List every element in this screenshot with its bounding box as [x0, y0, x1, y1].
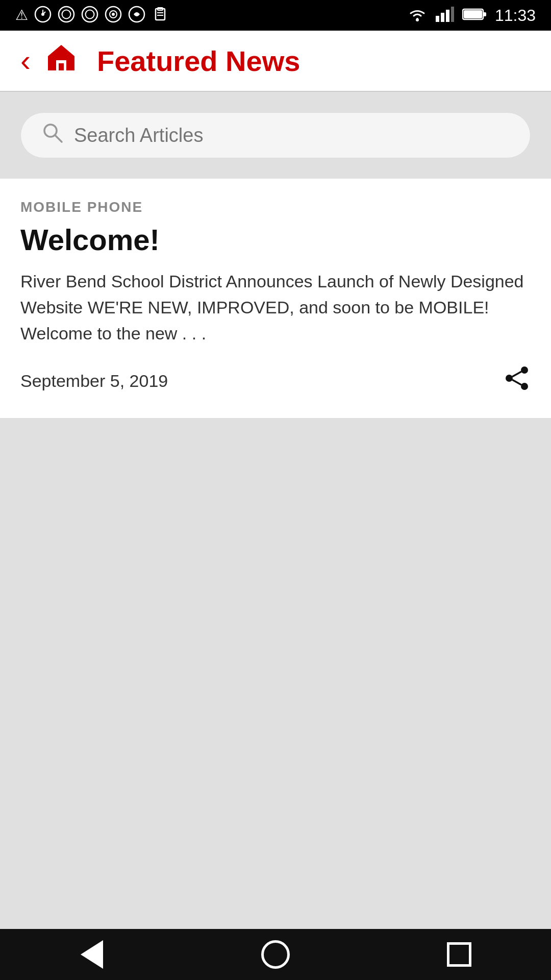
search-icon: [41, 121, 64, 149]
news-category: MOBILE PHONE: [20, 199, 531, 215]
svg-rect-22: [59, 63, 64, 70]
app-icon-4: [105, 6, 122, 26]
svg-line-29: [512, 380, 521, 385]
main-content: ‹ Featured News MOBILE PHONE Welcome! Ri…: [0, 31, 551, 929]
news-card[interactable]: MOBILE PHONE Welcome! River Bend School …: [0, 179, 551, 419]
home-nav-button[interactable]: [255, 934, 296, 975]
news-footer: September 5, 2019: [20, 365, 531, 398]
svg-point-2: [59, 7, 74, 22]
svg-point-25: [521, 366, 528, 374]
svg-rect-14: [441, 13, 444, 22]
svg-point-1: [41, 13, 44, 16]
page-title: Featured News: [97, 44, 300, 78]
svg-rect-13: [436, 16, 439, 22]
warning-icon: ⚠: [15, 8, 28, 22]
svg-rect-18: [464, 10, 482, 18]
wifi-icon: [407, 7, 428, 24]
app-icon-3: [81, 6, 98, 26]
app-icon-2: [58, 6, 75, 26]
svg-rect-16: [451, 7, 454, 22]
back-nav-button[interactable]: [71, 934, 112, 975]
search-input[interactable]: [74, 125, 510, 146]
recents-nav-button[interactable]: [439, 934, 480, 975]
empty-area: [0, 419, 551, 929]
bottom-nav: [0, 929, 551, 980]
svg-rect-15: [446, 10, 449, 22]
news-excerpt: River Bend School District Announces Lau…: [20, 268, 531, 347]
svg-point-6: [112, 13, 115, 16]
svg-point-27: [521, 383, 528, 390]
svg-line-28: [512, 372, 521, 377]
news-date: September 5, 2019: [20, 371, 168, 391]
share-button[interactable]: [504, 365, 531, 398]
home-button[interactable]: [46, 43, 77, 79]
status-right-icons: 11:33: [407, 6, 536, 25]
status-bar: ⚠ 11:33: [0, 0, 551, 31]
news-title: Welcome!: [20, 224, 531, 256]
svg-point-26: [506, 375, 513, 382]
search-area: [0, 92, 551, 179]
status-time: 11:33: [495, 6, 536, 25]
svg-point-12: [416, 18, 419, 21]
back-button[interactable]: ‹: [20, 45, 31, 76]
header: ‹ Featured News: [0, 31, 551, 92]
app-icon-1: [34, 6, 52, 26]
battery-icon: [462, 8, 487, 23]
search-bar[interactable]: [20, 112, 531, 158]
status-icons: ⚠: [15, 6, 169, 26]
app-icon-5: [128, 6, 145, 26]
clipboard-icon: [152, 6, 169, 26]
svg-point-3: [82, 7, 97, 22]
svg-line-24: [55, 135, 62, 142]
svg-rect-19: [483, 12, 486, 16]
signal-icon: [436, 7, 454, 24]
